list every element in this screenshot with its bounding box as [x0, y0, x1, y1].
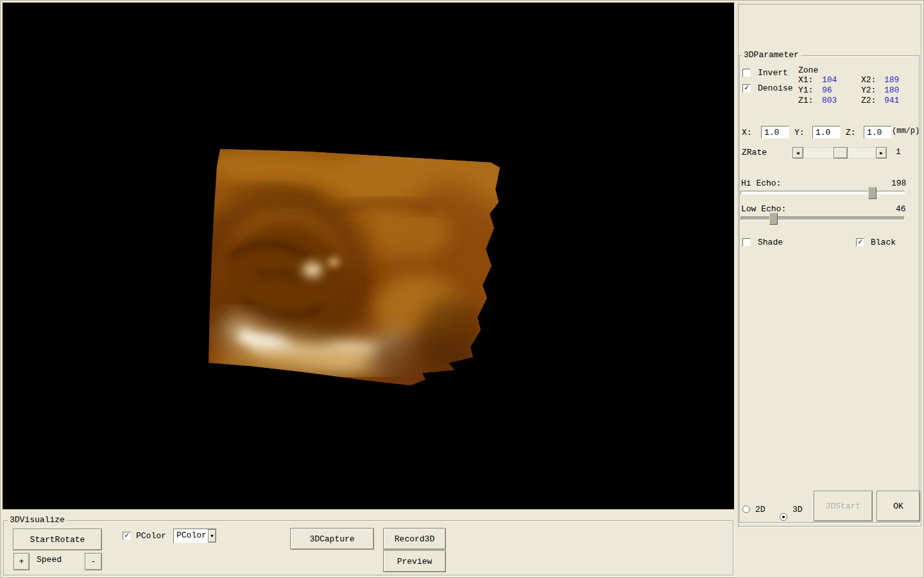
z-scale-input[interactable] — [864, 126, 892, 139]
denoise-checkbox[interactable]: ✓ — [742, 84, 751, 92]
zone-y1-label: Y1: — [798, 85, 813, 95]
speed-label: Speed — [37, 555, 62, 565]
mode-3d-radio[interactable] — [780, 513, 787, 521]
speed-plus-button[interactable]: + — [13, 553, 30, 570]
low-echo-label: Low Echo: — [741, 204, 786, 214]
check-icon: ✓ — [744, 84, 749, 92]
preview-button[interactable]: Preview — [383, 550, 446, 572]
x-scale-input[interactable] — [761, 126, 789, 139]
ok-button[interactable]: OK — [877, 491, 920, 521]
zrate-value: 1 — [896, 147, 901, 157]
zrate-scroll-right-button[interactable]: ► — [876, 147, 887, 159]
denoise-label: Denoise — [758, 83, 793, 93]
pcolor-dropdown-button[interactable]: ▼ — [208, 529, 216, 543]
black-label: Black — [871, 238, 896, 247]
zrate-scroll-left-button[interactable]: ◄ — [792, 147, 803, 159]
zone-x1-value: 104 — [822, 75, 837, 85]
y-scale-label: Y: — [794, 128, 805, 137]
zone-x2-label: X2: — [861, 75, 876, 85]
hi-echo-slider-thumb[interactable] — [868, 187, 877, 199]
shade-checkbox[interactable] — [742, 238, 751, 247]
zrate-scroll-thumb[interactable] — [834, 147, 848, 159]
zone-y1-value: 96 — [822, 85, 832, 95]
zone-z1-label: Z1: — [798, 96, 813, 105]
hi-echo-value: 198 — [891, 179, 906, 188]
mode-2d-label: 2D — [755, 505, 766, 514]
zone-z1-value: 803 — [822, 96, 837, 105]
pcolor-checkbox[interactable]: ✓ — [123, 532, 131, 540]
render-viewport[interactable] — [3, 3, 734, 509]
zone-z2-value: 941 — [884, 96, 899, 105]
zrate-scrollbar: ◄ ► — [792, 147, 887, 159]
shade-label: Shade — [758, 238, 783, 247]
check-icon: ✓ — [858, 238, 862, 246]
start3d-button[interactable]: 3DStart — [814, 491, 873, 521]
check-icon: ✓ — [124, 532, 129, 539]
visualize-group-title: 3DVisualize — [8, 516, 67, 525]
low-echo-value: 46 — [896, 204, 906, 214]
low-echo-slider-thumb[interactable] — [769, 213, 778, 225]
zone-z2-label: Z2: — [861, 96, 876, 105]
zone-x2-value: 189 — [884, 75, 899, 85]
invert-label: Invert — [758, 68, 788, 78]
parameter-group-title: 3DParameter — [742, 51, 801, 60]
ultrasound-volume-render — [3, 3, 734, 509]
arrow-right-icon: ► — [880, 150, 883, 156]
hi-echo-label: Hi Echo: — [741, 179, 781, 188]
invert-checkbox[interactable] — [742, 69, 751, 77]
chevron-down-icon: ▼ — [210, 533, 214, 539]
mode-3d-label: 3D — [792, 505, 803, 514]
pcolor-checkbox-label: PColor — [136, 531, 166, 541]
speed-minus-button[interactable]: - — [85, 553, 102, 570]
mode-2d-radio[interactable] — [742, 505, 750, 513]
zone-title: Zone — [798, 66, 818, 75]
zone-x1-label: X1: — [798, 75, 813, 85]
scale-unit-label: (mm/p) — [892, 127, 920, 136]
zone-y2-value: 180 — [884, 85, 899, 95]
z-scale-label: Z: — [846, 128, 856, 137]
arrow-left-icon: ◄ — [796, 150, 800, 156]
zrate-label: ZRate — [742, 148, 767, 157]
zone-y2-label: Y2: — [861, 85, 876, 95]
app-window: 3DParameter Invert ✓ Denoise Zone X1: 10… — [0, 0, 924, 578]
black-checkbox[interactable]: ✓ — [856, 238, 864, 247]
y-scale-input[interactable] — [812, 126, 841, 139]
record3d-button[interactable]: Record3D — [383, 528, 446, 550]
x-scale-label: X: — [742, 128, 752, 137]
low-echo-slider-track[interactable] — [740, 216, 905, 220]
pcolor-dropdown[interactable]: PColor ▼ — [173, 529, 217, 543]
capture3d-button[interactable]: 3DCapture — [290, 528, 374, 550]
start-rotate-button[interactable]: StartRotate — [13, 529, 102, 550]
pcolor-dropdown-value: PColor — [174, 529, 208, 543]
hi-echo-slider-track[interactable] — [740, 191, 905, 195]
